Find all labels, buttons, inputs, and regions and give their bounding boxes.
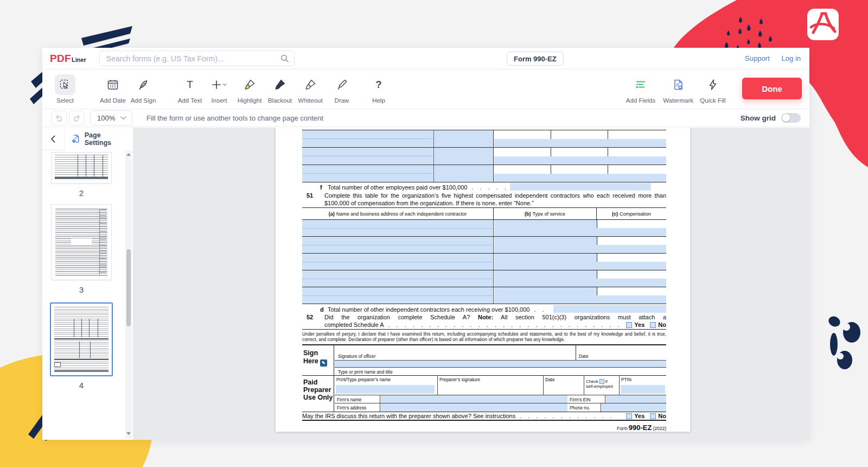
dot-leader: . . . . . . . . . . . . xyxy=(520,413,621,419)
plus-chevron-icon xyxy=(209,74,229,95)
item-51-line1: Complete this table for the organization… xyxy=(324,192,666,200)
draw-button[interactable]: Draw xyxy=(329,74,355,104)
no-checkbox[interactable] xyxy=(650,413,656,419)
scrollbar-thumb[interactable] xyxy=(126,249,131,326)
item-51-line2: $100,000 of compensation from the organi… xyxy=(302,200,666,207)
page-settings-tab[interactable]: Page Settings xyxy=(64,128,133,150)
scroll-up-icon[interactable] xyxy=(126,153,131,156)
form-field-blue[interactable] xyxy=(302,287,494,304)
form-field-blue[interactable] xyxy=(434,130,494,147)
form-field-blue[interactable] xyxy=(381,395,567,403)
sign-field-icon[interactable]: ✎ xyxy=(320,359,327,367)
no-checkbox[interactable] xyxy=(650,322,656,328)
navy-blobs-right xyxy=(827,314,860,369)
watermark-button[interactable]: Watermark xyxy=(663,74,693,104)
line-51d-text: Total number of other independent contra… xyxy=(328,306,529,313)
show-grid-toggle[interactable] xyxy=(781,113,801,123)
form-field-blue[interactable] xyxy=(494,270,597,287)
form-field-blue[interactable] xyxy=(302,270,494,287)
help-button[interactable]: ? Help xyxy=(366,74,392,104)
form-field-blue[interactable] xyxy=(336,385,435,394)
yes-checkbox[interactable] xyxy=(626,322,632,328)
self-employed-cell: Checkif self-employed xyxy=(584,376,620,395)
support-link[interactable]: Support xyxy=(745,54,770,62)
form-field-blue[interactable] xyxy=(494,237,597,253)
search-icon[interactable] xyxy=(280,54,289,65)
table-cell xyxy=(597,287,666,295)
form-field-blue[interactable] xyxy=(302,148,434,165)
form-field-blue[interactable] xyxy=(302,254,494,270)
table-row xyxy=(302,237,666,254)
add-fields-button[interactable]: Add Fields xyxy=(626,74,655,104)
whiteout-button[interactable]: Whiteout xyxy=(297,74,323,104)
form-field-blue[interactable] xyxy=(597,295,666,304)
page-2-number: 2 xyxy=(52,188,111,198)
form-field-blue[interactable] xyxy=(606,395,666,403)
page-3-thumbnail[interactable] xyxy=(52,205,111,280)
thumbnail-scrollbar[interactable] xyxy=(125,150,132,439)
preparer-signature-label: Preparer’s signature xyxy=(439,377,480,382)
form-field-blue[interactable] xyxy=(434,148,494,165)
add-date-button[interactable]: Add Date xyxy=(100,74,126,104)
form-field-blue[interactable] xyxy=(302,130,434,147)
done-button[interactable]: Done xyxy=(742,78,802,99)
form-field-blue[interactable] xyxy=(302,220,494,236)
form-field-blue[interactable] xyxy=(510,183,651,191)
form-field-blue[interactable] xyxy=(335,360,666,367)
watermark-document-icon xyxy=(668,74,688,95)
scroll-down-icon[interactable] xyxy=(126,432,131,435)
undo-button[interactable] xyxy=(51,111,67,125)
pdfliner-logo[interactable]: PDF Liner xyxy=(50,53,86,65)
insert-button[interactable]: Insert xyxy=(206,74,232,104)
form-field-blue[interactable] xyxy=(597,228,666,236)
pdfliner-app-window: PDF Liner Form 990-EZ Support Log in Sel… xyxy=(42,48,809,440)
redo-button[interactable] xyxy=(69,111,85,125)
line-50f: f Total number of other employees paid o… xyxy=(302,183,666,191)
form-field-blue[interactable] xyxy=(434,165,494,182)
form-field-blue[interactable] xyxy=(597,279,666,287)
highlight-button[interactable]: Highlight xyxy=(237,74,263,104)
search-input[interactable] xyxy=(99,51,295,66)
irs-discuss-text: May the IRS discuss this return with the… xyxy=(302,413,515,419)
form-field-blue[interactable] xyxy=(621,385,665,394)
form-field-blue[interactable] xyxy=(302,165,434,182)
form-field-blue[interactable] xyxy=(494,254,597,270)
form-field-blue[interactable] xyxy=(494,156,666,165)
form-field-blue[interactable] xyxy=(494,220,597,236)
form-footer: Form990-EZ(2022) xyxy=(617,424,666,432)
page-2-thumbnail[interactable] xyxy=(52,153,111,183)
quick-fill-button[interactable]: Quick Fill xyxy=(700,74,726,104)
form-field-blue[interactable] xyxy=(494,174,666,182)
type-or-print-label: Type or print name and title xyxy=(335,367,666,376)
table-cells xyxy=(494,130,666,139)
signature-cell[interactable]: Signature of officer Date xyxy=(335,345,666,360)
form-field-blue[interactable] xyxy=(597,262,666,270)
table-cell xyxy=(597,220,666,228)
login-link[interactable]: Log in xyxy=(782,54,801,62)
blackout-button[interactable]: Blackout xyxy=(267,74,293,104)
yes-checkbox[interactable] xyxy=(626,413,632,419)
tool-label: Add Fields xyxy=(626,97,655,104)
form-field-blue[interactable] xyxy=(494,139,666,147)
table-cell xyxy=(597,270,666,279)
add-sign-button[interactable]: Add Sign xyxy=(130,74,156,104)
form-field-blue[interactable] xyxy=(494,287,597,304)
add-text-button[interactable]: T Add Text xyxy=(177,74,203,104)
form-field-blue[interactable] xyxy=(597,245,666,253)
form-field-blue[interactable] xyxy=(302,237,494,253)
paid-preparer-block: Paid Preparer Use Only Print/Type prepar… xyxy=(302,376,666,412)
form-field-blue[interactable] xyxy=(381,403,567,412)
zoom-level-dropdown[interactable]: 100% xyxy=(90,110,132,125)
preparer-date-cell[interactable]: Date xyxy=(544,376,584,395)
form-field-blue[interactable] xyxy=(553,305,666,313)
top-header: PDF Liner Form 990-EZ Support Log in xyxy=(42,48,809,70)
preparer-signature-cell[interactable]: Preparer’s signature xyxy=(438,376,544,395)
page-4-thumbnail-selected[interactable] xyxy=(50,302,113,376)
select-tool-button[interactable]: Select xyxy=(52,74,78,104)
line-letter: f xyxy=(320,184,328,191)
yes-label: Yes xyxy=(634,321,644,329)
collapse-sidebar-chevron-icon[interactable] xyxy=(50,135,55,143)
self-employed-checkbox[interactable] xyxy=(599,379,604,384)
form-field-blue[interactable] xyxy=(602,403,666,412)
toolbar-right-group: Add Fields Watermark Quick Fill Done xyxy=(626,74,809,104)
